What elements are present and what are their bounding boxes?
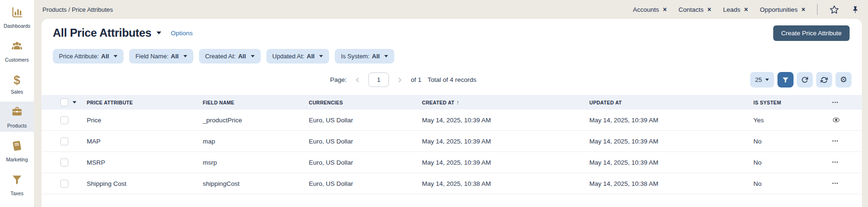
row-menu-icon[interactable]: •••	[832, 139, 839, 143]
filter-value: All	[307, 53, 315, 60]
breadcrumb[interactable]: Products / Price Attributes	[42, 6, 113, 13]
next-page-icon[interactable]	[395, 75, 405, 85]
sidebar-item-label: Marketing	[6, 157, 28, 162]
row-menu-icon[interactable]: •••	[832, 181, 839, 186]
sidebar-item-calculator[interactable]	[0, 203, 34, 207]
funnel-icon	[11, 174, 23, 188]
people-group-icon	[11, 40, 23, 54]
cell-price-attribute[interactable]: MAP	[87, 138, 203, 145]
chevron-down-icon	[114, 55, 117, 57]
row-checkbox[interactable]	[60, 116, 68, 124]
cell-is-system: Yes	[753, 117, 832, 124]
create-price-attribute-button[interactable]: Create Price Attribute	[773, 25, 850, 41]
cell-created-at: May 14, 2025, 10:39 AM	[422, 117, 589, 124]
row-checkbox[interactable]	[60, 159, 68, 167]
selection-menu-caret-icon[interactable]	[73, 101, 76, 104]
column-header-field-name[interactable]: FIELD NAME	[203, 100, 309, 105]
close-icon[interactable]: ×	[744, 6, 748, 13]
pin-icon[interactable]	[851, 5, 860, 14]
page-size-value: 25	[755, 76, 762, 83]
chevron-down-icon	[251, 55, 255, 57]
row-menu-icon[interactable]: •••	[832, 160, 839, 165]
row-checkbox[interactable]	[60, 137, 68, 145]
cell-is-system: No	[753, 159, 832, 166]
chevron-down-icon	[384, 55, 388, 57]
quick-link-accounts[interactable]: Accounts ×	[633, 6, 667, 13]
cell-updated-at: May 14, 2025, 10:39 AM	[589, 117, 753, 124]
quick-link-contacts[interactable]: Contacts ×	[678, 6, 711, 13]
cell-updated-at: May 14, 2025, 10:38 AM	[589, 180, 753, 187]
table-row: MAP map Euro, US Dollar May 14, 2025, 10…	[41, 131, 862, 152]
price-attributes-table: PRICE ATTRIBUTE FIELD NAME CURRENCIES CR…	[41, 95, 862, 194]
sidebar-item-sales[interactable]: $ Sales	[0, 70, 34, 98]
filter-value: All	[171, 53, 179, 60]
sidebar-item-marketing[interactable]: Marketing	[0, 135, 34, 166]
column-header-label: CREATED AT	[422, 100, 455, 105]
title-dropdown-caret-icon[interactable]	[157, 32, 161, 34]
list-view-panel: All Price Attributes Options Create Pric…	[41, 19, 862, 207]
chevron-down-icon	[765, 79, 769, 81]
column-header-updated-at[interactable]: UPDATED AT	[589, 100, 753, 105]
select-all-checkbox[interactable]	[60, 98, 68, 106]
top-quick-links: Accounts × Contacts × Leads × Opportunit…	[633, 0, 860, 19]
page-number-input[interactable]	[368, 72, 389, 87]
sidebar-item-label: Customers	[5, 57, 29, 63]
filter-chip-is-system[interactable]: Is System: All	[335, 49, 394, 64]
cell-field-name: shippingCost	[203, 180, 309, 187]
sort-ascending-icon: ↑	[456, 99, 459, 106]
filter-chip-field-name[interactable]: Field Name: All	[129, 49, 193, 64]
filter-value: All	[372, 53, 380, 60]
sidebar: Dashboards Customers $ Sales	[0, 0, 34, 207]
filter-chip-updated-at[interactable]: Updated At: All	[266, 49, 330, 64]
column-header-price-attribute[interactable]: PRICE ATTRIBUTE	[87, 100, 203, 105]
cell-price-attribute[interactable]: Shipping Cost	[87, 180, 203, 187]
chevron-down-icon	[319, 55, 323, 57]
cell-is-system: No	[753, 180, 832, 187]
close-icon[interactable]: ×	[802, 6, 805, 13]
column-header-created-at[interactable]: CREATED AT ↑	[422, 99, 589, 106]
cell-currencies: Euro, US Dollar	[309, 117, 422, 124]
close-icon[interactable]: ×	[663, 6, 667, 13]
cell-price-attribute[interactable]: Price	[87, 117, 203, 124]
title-row: All Price Attributes Options	[53, 26, 193, 40]
column-header-currencies[interactable]: CURRENCIES	[309, 100, 422, 105]
options-link[interactable]: Options	[171, 30, 193, 37]
refresh-button[interactable]	[797, 72, 813, 88]
previous-page-icon[interactable]	[353, 75, 362, 85]
settings-button[interactable]: ⚙	[835, 72, 851, 88]
sidebar-item-taxes[interactable]: Taxes	[0, 169, 34, 199]
table-row: Price _productPrice Euro, US Dollar May …	[41, 110, 862, 131]
quick-link-label: Accounts	[633, 6, 659, 13]
cell-price-attribute[interactable]: MSRP	[87, 159, 203, 166]
table-row: Shipping Cost shippingCost Euro, US Doll…	[41, 173, 862, 194]
table-header-row: PRICE ATTRIBUTE FIELD NAME CURRENCIES CR…	[41, 95, 862, 110]
table-row: MSRP msrp Euro, US Dollar May 14, 2025, …	[41, 152, 862, 173]
cell-field-name: msrp	[203, 159, 309, 166]
cell-updated-at: May 14, 2025, 10:39 AM	[589, 138, 753, 145]
column-menu-icon[interactable]: •••	[832, 100, 839, 105]
sync-button[interactable]	[816, 72, 832, 88]
cell-currencies: Euro, US Dollar	[309, 180, 422, 187]
sidebar-item-customers[interactable]: Customers	[0, 36, 34, 66]
page-title: All Price Attributes	[53, 26, 151, 40]
star-icon[interactable]	[829, 5, 839, 15]
gear-icon: ⚙	[840, 76, 847, 84]
column-header-is-system[interactable]: IS SYSTEM	[753, 100, 832, 105]
cell-field-name: _productPrice	[203, 117, 309, 124]
page-of-label: of 1	[411, 76, 422, 83]
close-icon[interactable]: ×	[707, 6, 711, 13]
cell-currencies: Euro, US Dollar	[309, 159, 422, 166]
quick-link-leads[interactable]: Leads ×	[723, 6, 748, 13]
quick-link-opportunities[interactable]: Opportunities ×	[760, 6, 805, 13]
page-size-dropdown[interactable]: 25	[750, 72, 774, 88]
filter-label: Field Name:	[135, 53, 168, 60]
row-checkbox[interactable]	[60, 180, 68, 188]
filter-button[interactable]	[777, 72, 794, 88]
filter-chip-price-attribute[interactable]: Price Attribute: All	[53, 49, 124, 64]
page-label: Page:	[330, 76, 347, 83]
eye-icon[interactable]	[832, 117, 840, 123]
filter-chip-created-at[interactable]: Created At: All	[199, 49, 261, 64]
sidebar-item-products[interactable]: Products	[0, 102, 34, 132]
cell-field-name: map	[203, 138, 309, 145]
sidebar-item-dashboards[interactable]: Dashboards	[0, 2, 34, 32]
